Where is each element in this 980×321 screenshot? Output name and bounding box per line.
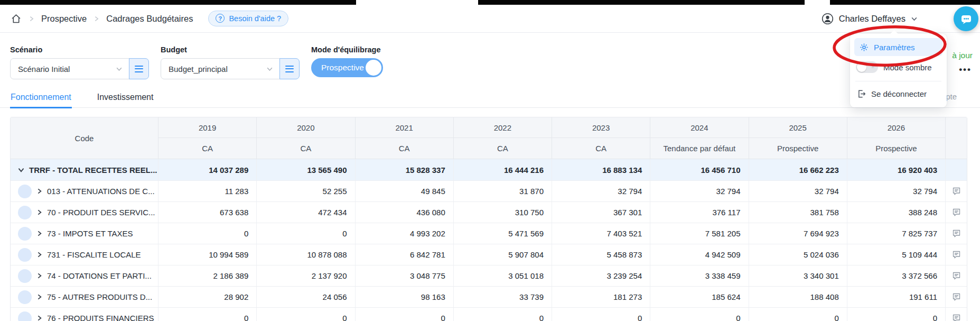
row-avatar-dot — [18, 227, 32, 241]
chevron-down-icon[interactable] — [18, 167, 24, 173]
user-name: Charles Deffayes — [839, 14, 906, 24]
comment-icon[interactable] — [952, 229, 961, 238]
mode-label: Mode d'équilibrage — [311, 45, 383, 54]
chevron-right-icon — [94, 16, 99, 22]
comment-icon[interactable] — [952, 314, 961, 321]
scenario-select[interactable]: Scénario Initial — [10, 58, 129, 79]
dark-mode-toggle[interactable]: ☀ — [856, 61, 878, 73]
table-row[interactable]: 73 - IMPOTS ET TAXES004 993 2025 471 569… — [11, 223, 967, 244]
question-mark-icon: ? — [216, 14, 225, 23]
comment-cell[interactable] — [946, 181, 967, 201]
value-cell: 32 794 — [650, 181, 749, 201]
subheader-cell: CA — [454, 138, 552, 159]
chevron-right-icon[interactable] — [36, 231, 42, 236]
subheader-cell: Prospective — [749, 138, 847, 159]
comment-cell[interactable] — [946, 308, 967, 321]
chevron-right-icon[interactable] — [36, 188, 42, 194]
value-cell: 4 993 202 — [356, 223, 454, 244]
user-avatar-icon — [822, 13, 834, 25]
chevron-right-icon[interactable] — [36, 209, 42, 215]
chevron-down-icon — [116, 66, 123, 72]
value-cell: 16 662 223 — [749, 159, 847, 180]
comment-cell — [946, 159, 967, 180]
table-row[interactable]: 75 - AUTRES PRODUITS D...28 90224 05698 … — [11, 286, 967, 307]
menu-item-parametres[interactable]: Paramètres — [854, 38, 942, 56]
tab-investissement[interactable]: Investissement — [97, 91, 154, 107]
value-cell: 2 137 920 — [257, 265, 355, 286]
table-header: Code 20192020202120222023202420252026 CA… — [11, 117, 967, 159]
mode-equilibrage-toggle[interactable]: Prospective — [311, 58, 383, 77]
value-cell: 5 471 569 — [454, 223, 552, 244]
chevron-right-icon[interactable] — [36, 252, 42, 258]
mode-value: Prospective — [321, 63, 364, 72]
row-label-cell: 70 - PRODUIT DES SERVIC... — [11, 202, 158, 223]
row-label-cell: 76 - PRODUITS FINANCIERS — [11, 308, 158, 321]
value-cell: 3 340 301 — [749, 265, 847, 286]
budget-list-button[interactable] — [279, 58, 300, 79]
subheader-cell: Prospective — [847, 138, 946, 159]
table-row[interactable]: TRRF - TOTAL RECETTES REEL...14 037 2891… — [11, 159, 967, 180]
text-fragment: pte — [946, 92, 957, 101]
row-label: 73 - IMPOTS ET TAXES — [47, 229, 133, 238]
value-cell: 188 408 — [749, 287, 847, 307]
table-row[interactable]: 013 - ATTENUATIONS DE C...11 28352 25549… — [11, 180, 967, 201]
row-avatar-dot — [18, 185, 32, 198]
chevron-right-icon[interactable] — [36, 315, 42, 321]
year-header-cell: 2020 — [257, 117, 355, 137]
sun-icon: ☀ — [870, 63, 875, 70]
home-icon[interactable] — [11, 13, 22, 24]
row-label: 70 - PRODUIT DES SERVIC... — [47, 208, 155, 217]
value-cell: 10 994 589 — [158, 244, 257, 265]
value-cell: 3 372 566 — [847, 265, 946, 286]
value-cell: 3 338 459 — [650, 265, 749, 286]
value-cell: 5 024 036 — [749, 244, 847, 265]
value-cell: 32 794 — [847, 181, 946, 201]
tab-fonctionnement[interactable]: Fonctionnement — [10, 91, 72, 108]
comment-icon[interactable] — [952, 250, 961, 259]
row-label-cell: TRRF - TOTAL RECETTES REEL... — [11, 159, 158, 180]
value-cell: 0 — [257, 223, 355, 244]
menu-item-logout[interactable]: Se déconnecter — [854, 85, 942, 102]
value-cell: 33 739 — [454, 287, 552, 307]
value-cell: 673 638 — [158, 202, 257, 223]
breadcrumb-item-prospective[interactable]: Prospective — [41, 14, 87, 24]
comment-cell[interactable] — [946, 244, 967, 265]
help-button[interactable]: ? Besoin d'aide ? — [208, 11, 288, 26]
comment-cell[interactable] — [946, 202, 967, 223]
comment-icon[interactable] — [952, 271, 961, 280]
gear-icon — [860, 43, 869, 52]
budget-select[interactable]: Budget_principal — [161, 58, 280, 79]
hamburger-icon — [285, 66, 294, 67]
table-row[interactable]: 731 - FISCALITE LOCALE10 994 58910 878 0… — [11, 244, 967, 265]
year-header-cell: 2021 — [356, 117, 454, 137]
comment-cell[interactable] — [946, 287, 967, 307]
more-options-dots[interactable]: ••• — [959, 65, 972, 75]
value-cell: 15 828 337 — [356, 159, 454, 180]
chevron-right-icon[interactable] — [36, 273, 42, 279]
value-cell: 49 845 — [356, 181, 454, 201]
row-label: 76 - PRODUITS FINANCIERS — [47, 314, 154, 321]
comment-icon[interactable] — [952, 187, 961, 196]
comment-icon[interactable] — [952, 208, 961, 217]
subheader-row: CACACACACATendance par défautProspective… — [158, 138, 946, 159]
chat-widget-button[interactable] — [954, 6, 978, 31]
value-cell: 0 — [552, 308, 650, 321]
comment-icon[interactable] — [952, 292, 961, 301]
app-header: Prospective Cadrages Budgétaires ? Besoi… — [0, 5, 980, 33]
value-cell: 185 624 — [650, 287, 749, 307]
comment-cell[interactable] — [946, 223, 967, 244]
menu-item-label: Paramètres — [874, 43, 915, 52]
scenario-list-button[interactable] — [129, 58, 149, 79]
status-up-to-date-fragment: à jour — [952, 51, 973, 60]
comment-cell[interactable] — [946, 265, 967, 286]
table-body: TRRF - TOTAL RECETTES REEL...14 037 2891… — [11, 159, 967, 321]
table-row[interactable]: 74 - DOTATIONS ET PARTI...2 186 3892 137… — [11, 265, 967, 286]
browser-top-bar — [0, 0, 980, 5]
user-menu-trigger[interactable]: Charles Deffayes — [822, 13, 918, 25]
value-cell: 7 694 923 — [749, 223, 847, 244]
top-bar-gap — [356, 0, 478, 5]
chevron-right-icon[interactable] — [36, 294, 42, 300]
table-row[interactable]: 70 - PRODUIT DES SERVIC...673 638472 434… — [11, 201, 967, 223]
menu-item-dark-mode[interactable]: ☀ Mode sombre — [854, 56, 942, 78]
table-row[interactable]: 76 - PRODUITS FINANCIERS00000000 — [11, 307, 967, 321]
